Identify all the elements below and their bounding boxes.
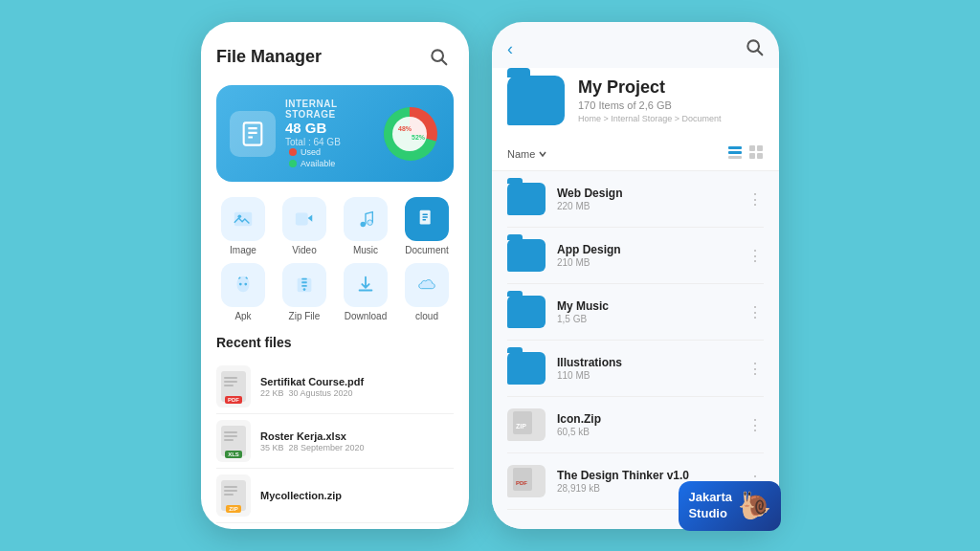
svg-point-21 (244, 283, 247, 286)
file-item-1[interactable]: XLS Roster Kerja.xlsx 35 KB 28 September… (216, 414, 454, 469)
storage-info: Internal Storage 48 GB Total : 64 GB Use… (285, 99, 369, 168)
right-search-button[interactable] (745, 37, 764, 60)
folder-item-meta-2: My Music 1,5 GB (557, 299, 736, 324)
svg-rect-19 (422, 219, 426, 220)
file-icon-5: PDF (507, 465, 546, 497)
file-meta-2: Mycollection.zip (260, 490, 454, 502)
snail-icon: 🐌 (738, 489, 771, 523)
cat-download[interactable]: Download (339, 263, 392, 321)
folder-icon-3 (507, 352, 546, 385)
file-name-2: Mycollection.zip (260, 490, 454, 501)
svg-rect-27 (301, 285, 307, 287)
svg-rect-30 (224, 377, 237, 379)
svg-text:48%: 48% (398, 125, 412, 132)
category-grid: Image Video Music Document (216, 197, 454, 321)
folder-item-2[interactable]: My Music 1,5 GB ⋮ (507, 284, 764, 341)
cat-download-label: Download (345, 311, 387, 321)
cat-music-label: Music (353, 245, 378, 255)
folder-item-4[interactable]: ZIP Icon.Zip 60,5 kB ⋮ (507, 397, 764, 453)
video-icon (282, 197, 326, 241)
folder-item-meta-0: Web Design 220 MB (557, 187, 736, 211)
folder-file-list: Web Design 220 MB ⋮ App Design 210 MB ⋮ … (492, 171, 779, 529)
folder-header: My Project 170 Items of 2,6 GB Home > In… (492, 68, 779, 137)
back-button[interactable]: ‹ (507, 39, 513, 59)
svg-rect-40 (224, 494, 234, 496)
cat-zipfile[interactable]: Zip File (278, 263, 331, 321)
recent-files-list: PDF Sertifikat Course.pdf 22 KB 30 Agust… (216, 360, 454, 523)
file-thumb-0: PDF (216, 365, 251, 408)
more-btn-4[interactable]: ⋮ (747, 416, 764, 434)
sort-dropdown[interactable]: Name (507, 148, 547, 160)
svg-rect-49 (757, 153, 763, 159)
svg-text:52%: 52% (412, 134, 426, 141)
zip-icon (282, 263, 326, 307)
cat-image[interactable]: Image (216, 197, 270, 255)
svg-rect-26 (301, 281, 307, 283)
pie-legend: Used Available (289, 147, 369, 168)
svg-point-20 (239, 283, 242, 286)
folder-item-3[interactable]: Illustrations 110 MB ⋮ (507, 341, 764, 397)
svg-point-14 (361, 222, 367, 228)
storage-total: Total : 64 GB (285, 137, 369, 147)
folder-item-meta-1: App Design 210 MB (557, 243, 736, 268)
folder-icon-2 (507, 296, 546, 328)
svg-rect-39 (224, 490, 237, 492)
folder-meta: My Project 170 Items of 2,6 GB Home > In… (578, 77, 764, 123)
storage-size: 48 GB (285, 120, 369, 137)
svg-rect-43 (728, 146, 742, 149)
more-btn-2[interactable]: ⋮ (747, 303, 764, 321)
grid-view-button[interactable] (748, 144, 764, 163)
svg-point-28 (303, 288, 306, 291)
cat-apk-label: Apk (234, 311, 251, 321)
folder-item-0[interactable]: Web Design 220 MB ⋮ (507, 171, 764, 228)
cat-document[interactable]: Document (400, 197, 454, 255)
search-button[interactable] (423, 41, 454, 72)
svg-rect-48 (749, 153, 755, 159)
more-btn-0[interactable]: ⋮ (747, 190, 764, 209)
cat-video[interactable]: Video (278, 197, 331, 255)
svg-point-15 (368, 220, 373, 226)
svg-rect-2 (244, 122, 262, 144)
folder-item-1[interactable]: App Design 210 MB ⋮ (507, 228, 764, 284)
svg-rect-45 (728, 156, 742, 159)
svg-marker-13 (308, 214, 313, 221)
folder-name: My Project (578, 77, 764, 98)
pie-chart: 48% 52% (379, 103, 440, 165)
svg-rect-35 (224, 435, 237, 437)
cat-cloud[interactable]: cloud (400, 263, 454, 321)
logo-text: Jakarta Studio (688, 490, 732, 522)
svg-rect-46 (749, 145, 755, 151)
svg-line-42 (758, 51, 763, 55)
file-name-1: Roster Kerja.xlsx (260, 430, 454, 442)
file-item-0[interactable]: PDF Sertifikat Course.pdf 22 KB 30 Agust… (216, 360, 454, 414)
file-item-2[interactable]: ZIP Mycollection.zip (216, 469, 454, 523)
more-btn-3[interactable]: ⋮ (747, 360, 764, 378)
cat-document-label: Document (405, 245, 449, 255)
svg-rect-34 (224, 431, 237, 433)
folder-count: 170 Items of 2,6 GB (578, 99, 764, 111)
file-ext-2: ZIP (226, 505, 240, 513)
cat-zip-label: Zip File (289, 311, 321, 321)
breadcrumb: Home > Internal Storage > Document (578, 114, 764, 123)
view-icons (727, 144, 764, 163)
file-thumb-2: ZIP (216, 474, 251, 517)
more-btn-1[interactable]: ⋮ (747, 247, 764, 265)
cat-apk[interactable]: Apk (216, 263, 270, 321)
svg-rect-47 (757, 145, 763, 151)
file-ext-1: XLS (225, 451, 242, 458)
svg-rect-25 (301, 278, 307, 280)
folder-item-meta-3: Illustrations 110 MB (557, 356, 736, 381)
left-header: File Manager (216, 41, 454, 72)
cat-music[interactable]: Music (339, 197, 392, 255)
list-controls: Name (492, 137, 779, 171)
right-top-bar: ‹ (492, 22, 779, 68)
svg-text:ZIP: ZIP (516, 423, 526, 430)
file-icon-4: ZIP (507, 408, 546, 441)
file-info-1: 35 KB 28 September 2020 (260, 443, 454, 452)
svg-rect-31 (224, 381, 237, 383)
file-name-0: Sertifikat Course.pdf (260, 376, 454, 387)
svg-line-1 (442, 60, 447, 65)
document-icon (405, 197, 449, 241)
list-view-button[interactable] (727, 144, 743, 163)
jakarta-studio-logo: Jakarta Studio 🐌 (679, 481, 781, 531)
